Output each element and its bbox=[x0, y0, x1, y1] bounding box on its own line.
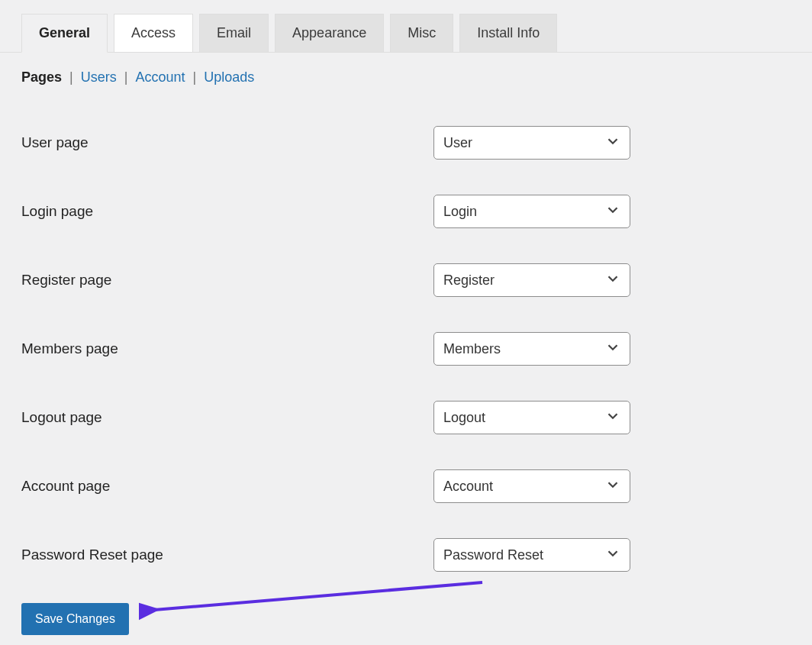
subnav-uploads[interactable]: Uploads bbox=[204, 69, 254, 85]
select-logout-page[interactable]: Logout bbox=[433, 401, 630, 434]
select-members-page[interactable]: Members bbox=[433, 332, 630, 366]
select-value: Logout bbox=[433, 401, 630, 434]
subnav-separator: | bbox=[124, 69, 128, 85]
field-logout-page: Logout page Logout bbox=[21, 383, 812, 452]
subnav-separator: | bbox=[192, 69, 196, 85]
select-value: Password Reset bbox=[433, 538, 630, 572]
field-user-page: User page User bbox=[21, 108, 812, 177]
select-value: User bbox=[433, 126, 630, 160]
field-label: Account page bbox=[21, 478, 433, 495]
select-value: Register bbox=[433, 263, 630, 297]
select-value: Members bbox=[433, 332, 630, 366]
field-label: Logout page bbox=[21, 409, 433, 426]
field-members-page: Members page Members bbox=[21, 314, 812, 383]
field-label: User page bbox=[21, 134, 433, 151]
tab-misc[interactable]: Misc bbox=[390, 14, 453, 52]
tab-access[interactable]: Access bbox=[114, 14, 193, 52]
select-password-reset-page[interactable]: Password Reset bbox=[433, 538, 630, 572]
tab-general[interactable]: General bbox=[21, 14, 108, 53]
select-register-page[interactable]: Register bbox=[433, 263, 630, 297]
select-value: Account bbox=[433, 469, 630, 503]
select-account-page[interactable]: Account bbox=[433, 469, 630, 503]
subnav-users[interactable]: Users bbox=[81, 69, 117, 85]
subnav-pages: Pages bbox=[21, 69, 62, 85]
tab-appearance[interactable]: Appearance bbox=[275, 14, 384, 52]
select-user-page[interactable]: User bbox=[433, 126, 630, 160]
field-register-page: Register page Register bbox=[21, 246, 812, 314]
tab-install-info[interactable]: Install Info bbox=[459, 14, 557, 52]
form-area: User page User Login page Login Register… bbox=[0, 85, 812, 589]
subnav: Pages | Users | Account | Uploads bbox=[0, 53, 812, 85]
field-login-page: Login page Login bbox=[21, 177, 812, 246]
save-button[interactable]: Save Changes bbox=[21, 603, 129, 635]
field-label: Register page bbox=[21, 272, 433, 289]
field-label: Login page bbox=[21, 203, 433, 220]
select-login-page[interactable]: Login bbox=[433, 195, 630, 228]
field-label: Password Reset page bbox=[21, 547, 433, 563]
field-account-page: Account page Account bbox=[21, 452, 812, 521]
field-label: Members page bbox=[21, 340, 433, 357]
select-value: Login bbox=[433, 195, 630, 228]
subnav-account[interactable]: Account bbox=[135, 69, 185, 85]
subnav-separator: | bbox=[69, 69, 73, 85]
tabs-container: General Access Email Appearance Misc Ins… bbox=[0, 0, 812, 53]
field-password-reset-page: Password Reset page Password Reset bbox=[21, 521, 812, 589]
tab-email[interactable]: Email bbox=[199, 14, 269, 52]
save-row: Save Changes bbox=[0, 589, 812, 635]
